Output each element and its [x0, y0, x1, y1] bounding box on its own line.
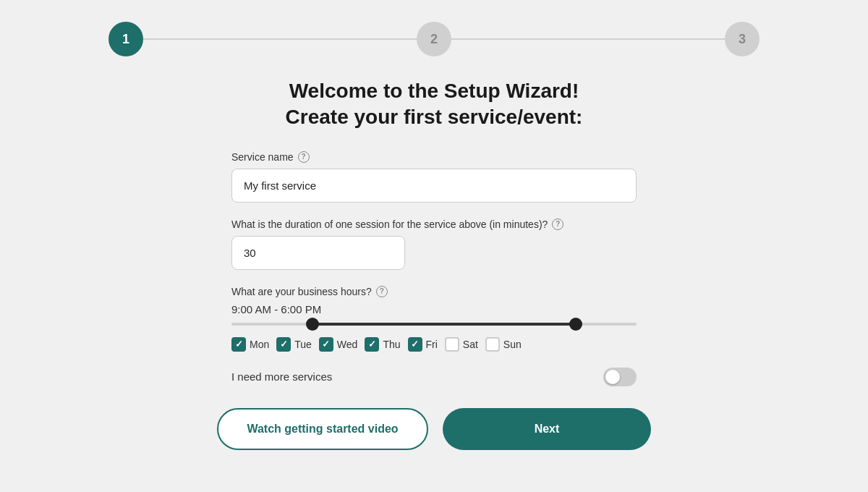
- service-name-input[interactable]: [231, 169, 637, 203]
- day-checkbox-sat[interactable]: [445, 337, 459, 352]
- page-container: 1 2 3 Welcome to the Setup Wizard! Creat…: [0, 0, 868, 492]
- business-hours-help-icon[interactable]: ?: [376, 286, 388, 297]
- duration-input[interactable]: [231, 236, 405, 270]
- day-checkbox-mon[interactable]: [231, 337, 246, 352]
- day-item-sat: Sat: [445, 337, 478, 352]
- days-row: MonTueWedThuFriSatSun: [231, 337, 522, 352]
- more-services-label: I need more services: [231, 370, 332, 383]
- step-2: 2: [417, 22, 451, 56]
- step-1: 1: [109, 22, 143, 56]
- day-checkbox-sun[interactable]: [485, 337, 500, 352]
- day-item-thu: Thu: [365, 337, 400, 352]
- day-checkbox-fri[interactable]: [408, 337, 422, 352]
- day-label-fri: Fri: [426, 339, 438, 350]
- steps-bar: 1 2 3: [109, 22, 760, 56]
- hours-range-display: 9:00 AM - 6:00 PM: [231, 303, 321, 315]
- day-label-sun: Sun: [503, 339, 522, 350]
- page-title: Welcome to the Setup Wizard! Create your…: [14, 78, 854, 131]
- service-name-label: Service name ?: [231, 151, 310, 163]
- day-item-wed: Wed: [319, 337, 358, 352]
- day-checkbox-wed[interactable]: [319, 337, 333, 352]
- slider-track: [231, 323, 637, 326]
- business-hours-label: What are your business hours? ?: [231, 286, 388, 297]
- buttons-row: Watch getting started video Next: [217, 408, 651, 450]
- day-label-wed: Wed: [337, 339, 358, 350]
- slider-thumb-left[interactable]: [306, 318, 319, 331]
- step-line-2-3: [451, 38, 725, 40]
- duration-help-icon[interactable]: ?: [552, 219, 563, 230]
- service-name-help-icon[interactable]: ?: [298, 151, 310, 163]
- day-label-thu: Thu: [383, 339, 400, 350]
- hours-slider[interactable]: [231, 323, 637, 326]
- step-3: 3: [725, 22, 760, 56]
- day-item-mon: Mon: [231, 337, 269, 352]
- more-services-toggle[interactable]: [603, 368, 637, 386]
- day-item-tue: Tue: [276, 337, 312, 352]
- day-label-tue: Tue: [294, 339, 312, 350]
- next-button[interactable]: Next: [443, 408, 651, 450]
- duration-label: What is the duration of one session for …: [231, 219, 563, 230]
- day-label-mon: Mon: [250, 339, 269, 350]
- slider-thumb-right[interactable]: [569, 318, 582, 331]
- day-checkbox-thu[interactable]: [365, 337, 379, 352]
- day-item-sun: Sun: [485, 337, 522, 352]
- day-label-sat: Sat: [463, 339, 478, 350]
- content-area: Service name ? What is the duration of o…: [231, 151, 637, 408]
- day-item-fri: Fri: [408, 337, 438, 352]
- watch-video-button[interactable]: Watch getting started video: [217, 408, 428, 450]
- step-line-1-2: [143, 38, 417, 40]
- slider-fill: [312, 323, 576, 326]
- day-checkbox-tue[interactable]: [276, 337, 291, 352]
- more-services-row: I need more services: [231, 368, 637, 386]
